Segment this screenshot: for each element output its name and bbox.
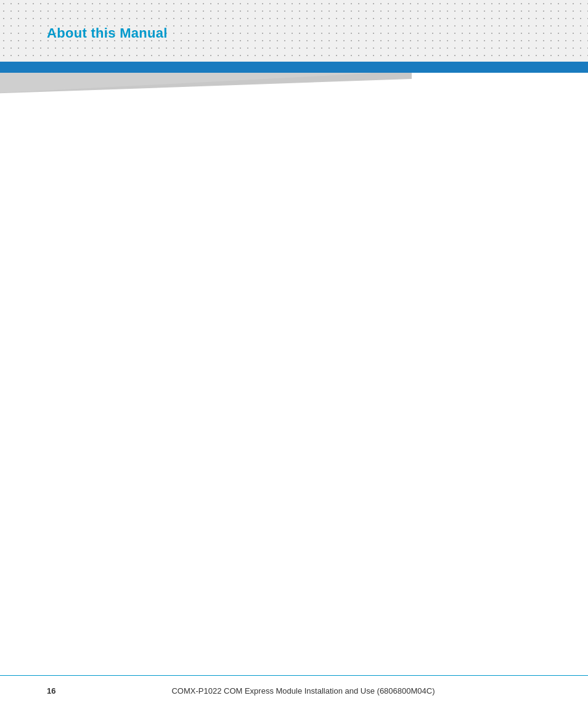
main-content: [0, 94, 588, 675]
footer-document-title: COMX-P1022 COM Express Module Installati…: [65, 686, 541, 696]
footer-page-number: 16: [47, 686, 65, 696]
page-title: About this Manual: [47, 25, 168, 41]
footer: 16 COMX-P1022 COM Express Module Install…: [0, 675, 588, 706]
header-content: About this Manual: [0, 0, 588, 62]
blue-banner: [0, 62, 588, 73]
header-area: About this Manual: [0, 0, 588, 62]
wave-decoration: [0, 73, 588, 94]
